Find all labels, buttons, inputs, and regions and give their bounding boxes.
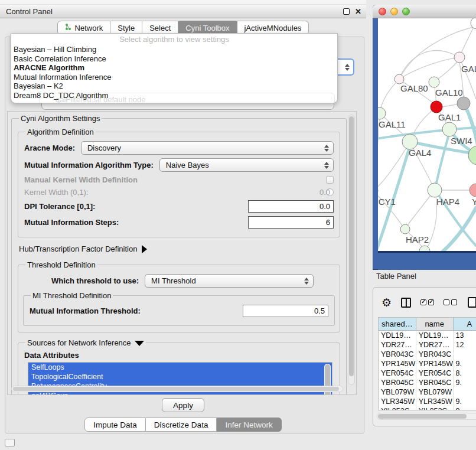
- network-canvas[interactable]: GALGAL80GAL10GAL1GAL11SWI4GAL4HAP4YGCY1H…: [378, 18, 476, 251]
- apply-button[interactable]: Apply: [162, 398, 204, 412]
- attribute-item-topologicalcoefficient[interactable]: TopologicalCoefficient: [28, 372, 332, 381]
- dpi-tolerance-input[interactable]: 0.0: [248, 200, 334, 213]
- table-panel-title: Table Panel: [376, 272, 416, 281]
- network-graph[interactable]: GALGAL80GAL10GAL1GAL11SWI4GAL4HAP4YGCY1H…: [378, 18, 476, 251]
- document-icon[interactable]: [468, 297, 476, 308]
- table-cell: [454, 350, 476, 359]
- manual-kernel-row: Manual Kernel Width Definition: [24, 175, 334, 184]
- algorithm-definition-title: Algorithm Definition: [25, 128, 96, 136]
- mi-type-label: Mutual Information Algorithm Type:: [24, 161, 154, 169]
- group-title: Cyni Algorithm Settings: [19, 114, 102, 123]
- table-cell: YBR045C: [379, 378, 416, 387]
- table-row[interactable]: YBL079WYBL079W: [379, 387, 476, 397]
- table-cell: YPR145W: [379, 359, 416, 369]
- which-threshold-value: MI Threshold: [151, 276, 302, 285]
- table-cell: YER054C: [416, 369, 454, 378]
- table-cell: 9: [454, 406, 476, 410]
- network-node[interactable]: [470, 184, 476, 197]
- threshold-definition-group: Threshold Definition Which threshold to …: [18, 260, 340, 332]
- algorithm-option-basic-correlation-inference[interactable]: Basic Correlation Inference: [11, 54, 337, 64]
- minimize-traffic-light-icon[interactable]: [390, 8, 398, 15]
- aracne-mode-label: Aracne Mode:: [24, 144, 75, 152]
- network-node[interactable]: [400, 224, 410, 234]
- window-chrome-strip: [0, 0, 366, 5]
- table-cell: YDL19…: [416, 331, 454, 340]
- close-icon[interactable]: ✕: [355, 7, 361, 16]
- network-node[interactable]: [428, 183, 442, 197]
- mi-steps-input[interactable]: 6: [248, 216, 334, 229]
- table-cell: YBR045C: [416, 378, 454, 387]
- bottom-tab-impute-data[interactable]: Impute Data: [84, 418, 146, 432]
- table-row[interactable]: YER054CYER054C8.: [379, 369, 476, 378]
- float-window-icon[interactable]: [343, 8, 350, 15]
- algorithm-option-bayesian-k2[interactable]: Bayesian – K2: [11, 81, 337, 91]
- cyni-algorithm-settings-group: Cyni Algorithm Settings Algorithm Defini…: [11, 114, 347, 395]
- split-columns-icon[interactable]: [401, 298, 411, 308]
- table-cell: 12: [454, 340, 476, 350]
- node-label-hap4: HAP4: [436, 197, 459, 207]
- bottom-tab-infer-network[interactable]: Infer Network: [217, 418, 281, 432]
- attribute-item-selfloops[interactable]: SelfLoops: [28, 363, 332, 372]
- network-frame-band: [378, 251, 476, 270]
- aracne-mode-row: Aracne Mode: Discovery: [24, 141, 334, 155]
- tab-label: Style: [118, 24, 135, 32]
- select-all-checkboxes-icon[interactable]: [420, 299, 434, 305]
- aracne-mode-value: Discovery: [87, 144, 322, 152]
- algorithm-dropdown-popup: Select algorithm to view settings Bayesi…: [11, 33, 338, 103]
- network-node[interactable]: [431, 101, 442, 113]
- column-header-a[interactable]: A: [454, 318, 476, 330]
- app-root: Control Panel ✕ NetworkStyleSelectCyni T…: [0, 0, 476, 450]
- network-node[interactable]: [419, 246, 430, 251]
- tab-label: Select: [149, 24, 171, 32]
- mi-threshold-input[interactable]: 0.5: [243, 305, 328, 317]
- settings-horizontal-scrollbar[interactable]: [11, 386, 343, 392]
- kernel-width-input[interactable]: 0.0: [326, 188, 334, 196]
- bottom-tab-discretize-data[interactable]: Discretize Data: [146, 418, 217, 432]
- table-horizontal-scrollbar[interactable]: [377, 413, 476, 420]
- deselect-all-checkboxes-icon[interactable]: [444, 299, 457, 305]
- network-node[interactable]: [395, 74, 404, 84]
- settings-gear-icon[interactable]: ⚙: [382, 297, 392, 308]
- table-cell: YLR345W: [379, 397, 416, 406]
- aracne-mode-select[interactable]: Discovery: [81, 141, 334, 155]
- table-row[interactable]: YPR145WYPR145W9.: [379, 359, 476, 369]
- node-table: shared…nameA YDL19…YDL19…13YDR27…YDR27…1…: [378, 317, 476, 410]
- column-header-shared[interactable]: shared…: [379, 318, 416, 330]
- column-header-name[interactable]: name: [416, 318, 454, 330]
- table-row[interactable]: YBR045CYBR045C9.: [379, 378, 476, 387]
- settings-vertical-scrollbar[interactable]: [348, 115, 355, 385]
- algorithm-option-mutual-information-inference[interactable]: Mutual Information Inference: [11, 73, 337, 82]
- control-panel: Control Panel ✕ NetworkStyleSelectCyni T…: [0, 0, 366, 450]
- algorithm-option-bayesian-hill-climbing[interactable]: Bayesian – Hill Climbing: [11, 45, 337, 54]
- sources-title[interactable]: Sources for Network Inference: [25, 338, 146, 347]
- network-node[interactable]: [457, 97, 470, 110]
- table-row[interactable]: YIL052CYIL052C9: [379, 406, 476, 410]
- zoom-traffic-light-icon[interactable]: [402, 8, 410, 15]
- table-toolbar: ⚙: [373, 292, 476, 312]
- table-row[interactable]: YBR043CYBR043C: [379, 350, 476, 359]
- table-row[interactable]: YLR345WYLR345W9.: [379, 397, 476, 406]
- minimized-panel-icon[interactable]: [5, 439, 15, 446]
- network-nodes[interactable]: [378, 18, 476, 251]
- table-body: YDL19…YDL19…13YDR27…YDR27…12YBR043CYBR04…: [379, 331, 476, 410]
- node-label-hap2: HAP2: [406, 234, 429, 244]
- combo-stepper-icon: [322, 162, 331, 169]
- table-row[interactable]: YDR27…YDR27…12: [379, 340, 476, 350]
- algorithm-option-aracne-algorithm[interactable]: ARACNE Algorithm: [11, 63, 337, 73]
- mi-threshold-row: Mutual Information Threshold: 0.5: [30, 305, 328, 317]
- network-window-titlebar[interactable]: [373, 5, 476, 18]
- table-row[interactable]: YDL19…YDL19…13: [379, 331, 476, 340]
- combo-stepper-icon: [343, 64, 351, 71]
- table-cell: 9.: [454, 359, 476, 369]
- tab-label: jActiveMNodules: [244, 24, 302, 32]
- settings-panel: Cyni Algorithm Settings Algorithm Defini…: [7, 111, 357, 395]
- manual-kernel-checkbox[interactable]: [326, 176, 334, 184]
- network-node[interactable]: [442, 122, 457, 136]
- close-traffic-light-icon[interactable]: [379, 8, 386, 15]
- hub-definition-expander[interactable]: Hub/Transcription Factor Definition: [19, 244, 339, 253]
- network-node[interactable]: [454, 52, 465, 63]
- which-threshold-select[interactable]: MI Threshold: [145, 274, 314, 288]
- node-label-gal1: GAL1: [438, 112, 461, 122]
- network-node[interactable]: [429, 77, 439, 87]
- mi-type-select[interactable]: Naive Bayes: [159, 158, 334, 172]
